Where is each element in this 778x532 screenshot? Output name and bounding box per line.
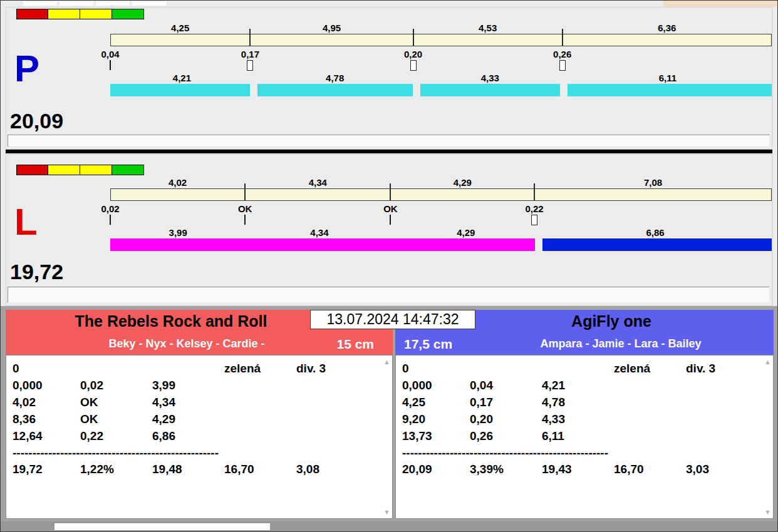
scroll-down-icon[interactable]: ▼ (762, 508, 773, 516)
table-cell: 0,02 (80, 379, 103, 392)
split-time-label: 4,25 (171, 23, 189, 33)
table-cell: 0,04 (470, 379, 493, 392)
result-table: 0zelenádiv. 30,0000,044,214,250,174,789,… (395, 355, 774, 519)
bottom-strip (1, 521, 778, 531)
table-cell: 0 (402, 362, 409, 376)
time-segment-bar (420, 84, 560, 96)
checkpoint-marker (390, 215, 391, 225)
table-cell: div. 3 (296, 362, 326, 376)
time-segment-bar (568, 84, 772, 96)
scroll-up-icon[interactable]: ▲ (381, 358, 392, 366)
split-time-label: 4,53 (479, 23, 497, 33)
split-boundary-tick (244, 183, 246, 200)
split-boundary-tick (249, 29, 251, 46)
table-cell: 4,33 (542, 412, 565, 426)
table-cell: OK (80, 412, 98, 426)
segment-time-label: 4,78 (326, 73, 344, 83)
scroll-down-icon[interactable]: ▼ (381, 508, 392, 516)
timestamp: 13.07.2024 14:47:32 (310, 310, 475, 329)
table-row: 13,730,266,11 (396, 428, 762, 445)
table-cell: 6,86 (152, 429, 175, 443)
time-segment-bar (246, 238, 393, 251)
table-cell: 16,70 (224, 463, 254, 476)
table-cell: 4,02 (13, 396, 36, 409)
checkpoint-label: 0,26 (553, 49, 571, 59)
results-section: The Rebels Rock and Roll Beky - Nyx - Ke… (1, 306, 778, 521)
split-time-label: 4,29 (454, 177, 472, 188)
segment-time-label: 4,29 (457, 227, 475, 238)
table-cell: 8,36 (13, 412, 36, 426)
total-time: 19,72 (10, 261, 63, 282)
split-time-label: 7,08 (644, 177, 662, 188)
table-cell: 0,20 (470, 412, 493, 426)
table-cell: 19,48 (152, 463, 182, 476)
table-cell: 4,29 (152, 412, 175, 426)
table-row: 9,200,204,33 (396, 411, 762, 428)
titlebar-fragment (96, 1, 130, 6)
table-cell: 13,73 (402, 429, 432, 443)
checkpoint-label: 0,02 (101, 203, 119, 214)
team-members: Beky - Nyx - Kelsey - Cardie - (108, 337, 264, 350)
team-subheader: Beky - Nyx - Kelsey - Cardie - 15 cm (6, 332, 393, 355)
table-cell: 0,000 (13, 379, 43, 392)
table-cell: 3,03 (686, 463, 709, 476)
desktop-corner (663, 1, 777, 7)
checkpoint-label: OK (238, 203, 252, 214)
checkpoint-marker (247, 60, 253, 71)
table-cell: 19,72 (13, 463, 43, 476)
segment-time-label: 6,86 (646, 227, 664, 238)
result-table-body: 0zelenádiv. 30,0000,044,214,250,174,789,… (396, 361, 762, 518)
split-bars: 4,024,344,297,080,02OKOK0,223,994,344,29… (110, 177, 772, 252)
table-cell: 0,26 (470, 429, 493, 443)
scrollbar[interactable]: ▲ ▼ (762, 356, 773, 518)
checkpoint-marker (559, 60, 566, 71)
indicator-light (80, 9, 112, 19)
table-row: 4,250,174,78 (396, 394, 762, 411)
status-strip (8, 287, 770, 303)
table-row: 0zelenádiv. 3 (6, 361, 381, 377)
table-cell: 4,25 (402, 396, 425, 409)
overall-split-bar (110, 188, 772, 201)
table-cell: ----------------------------------------… (402, 446, 608, 460)
course-letter: L (14, 203, 38, 241)
scrollbar[interactable]: ▲ ▼ (381, 356, 392, 518)
indicator-light (48, 165, 80, 175)
panel-separator (6, 150, 772, 153)
team-members: Ampara - Jamie - Lara - Bailey (540, 337, 701, 350)
indicator-light (16, 165, 48, 175)
run-panel-p: P 4,254,954,536,360,040,170,200,264,214,… (6, 7, 772, 150)
split-boundary-tick (413, 29, 414, 46)
titlebar-fragment (60, 1, 93, 6)
run-panel-l: L 4,024,344,297,080,02OKOK0,223,994,344,… (6, 154, 772, 306)
indicator-light (48, 9, 80, 19)
split-time-label: 6,36 (658, 23, 676, 33)
split-time-label: 4,34 (309, 177, 327, 188)
team-panel-right: AgiFly one 17,5 cm Ampara - Jamie - Lara… (395, 310, 774, 519)
table-row: 19,721,22%19,4816,703,08 (6, 461, 381, 478)
table-cell: 12,64 (13, 429, 43, 443)
overall-split-bar (110, 34, 772, 46)
segment-time-label: 6,11 (659, 73, 677, 83)
result-table-body: 0zelenádiv. 30,0000,023,994,02OK4,348,36… (6, 361, 381, 518)
table-row: 12,640,226,86 (6, 428, 381, 445)
table-cell: 19,43 (542, 463, 572, 476)
status-strip (8, 135, 770, 147)
table-row: 4,02OK4,34 (6, 394, 381, 411)
segment-time-label: 4,21 (173, 73, 191, 83)
team-panel-left: The Rebels Rock and Roll Beky - Nyx - Ke… (6, 310, 393, 519)
table-cell: 3,39% (470, 463, 504, 476)
scroll-up-icon[interactable]: ▲ (762, 358, 773, 366)
table-cell: 0,17 (470, 396, 493, 409)
checkpoint-marker (410, 60, 417, 71)
checkpoint-label: 0,22 (525, 203, 543, 214)
table-row: 0,0000,023,99 (6, 377, 381, 394)
segment-time-label: 4,33 (481, 73, 499, 83)
course-letter: P (14, 50, 39, 88)
split-bars: 4,254,954,536,360,040,170,200,264,214,78… (110, 23, 772, 98)
table-cell: 9,20 (402, 412, 425, 426)
table-cell: zelená (614, 362, 650, 376)
table-cell: 20,09 (402, 463, 432, 476)
table-cell: 3,99 (152, 379, 175, 392)
checkpoint-marker (110, 215, 111, 225)
table-cell: div. 3 (686, 362, 715, 376)
